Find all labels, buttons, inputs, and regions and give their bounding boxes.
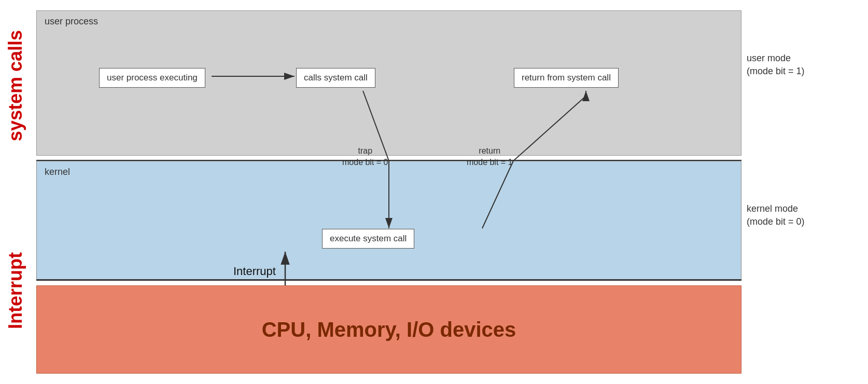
user-process-box: user process user process executing call… (36, 10, 741, 156)
box-user-process-executing: user process executing (99, 68, 205, 88)
system-calls-label: system calls (0, 16, 31, 156)
interrupt-annotation: Interrupt (233, 265, 276, 278)
kernel-mode-label: kernel mode (mode bit = 0) (747, 202, 805, 228)
interrupt-label: Interrupt (0, 218, 31, 363)
hardware-label: CPU, Memory, I/O devices (262, 318, 516, 341)
box-return-from-system-call: return from system call (514, 68, 619, 88)
kernel-box: kernel execute system call (36, 161, 741, 280)
diagram-area: user process user process executing call… (36, 10, 845, 374)
kernel-hardware-divider (36, 279, 741, 281)
box-calls-system-call: calls system call (296, 68, 375, 88)
main-container: system calls Interrupt user process user… (0, 0, 868, 384)
trap-annotation: trap mode bit = 0 (342, 145, 388, 169)
hardware-box: CPU, Memory, I/O devices (36, 285, 741, 374)
box-execute-system-call: execute system call (322, 229, 414, 249)
kernel-label: kernel (45, 167, 70, 177)
return-annotation: return mode bit = 1 (467, 145, 513, 169)
user-process-label: user process (45, 16, 98, 27)
user-mode-label: user mode (mode bit = 1) (747, 52, 805, 78)
